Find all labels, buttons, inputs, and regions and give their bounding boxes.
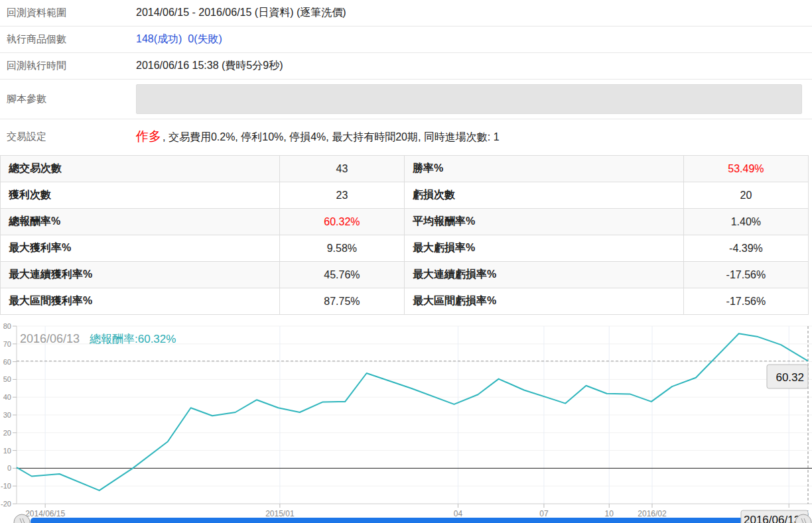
stat-label: 最大區間虧損率%: [404, 288, 683, 315]
stat-label: 最大連續獲利率%: [1, 262, 280, 288]
stat-value: -17.56%: [683, 288, 808, 315]
x-tick-label: 07: [539, 509, 549, 518]
info-row-data-range: 回測資料範圍 2014/06/15 - 2016/06/15 (日資料) (逐筆…: [0, 0, 812, 27]
stat-value: 43: [279, 156, 404, 182]
return-series-line: [17, 333, 808, 491]
y-tick-label: 10: [3, 447, 11, 455]
stat-value: 20: [683, 182, 808, 209]
y-tick-label: -10: [1, 482, 11, 490]
info-row-product-count: 執行商品個數 148(成功) 0(失敗): [0, 27, 812, 53]
y-tick-label: 70: [3, 340, 11, 348]
x-tick-label: 2016/02: [638, 509, 667, 518]
y-tick-label: 30: [3, 411, 11, 419]
script-params-label: 腳本參數: [7, 93, 136, 105]
x-tick-label: 2014/06/15: [25, 509, 65, 518]
chart-hover-date: 2016/06/13: [20, 332, 80, 345]
equity-curve-chart[interactable]: 80706050403020100-10-202014/06/152015/01…: [0, 323, 812, 523]
stat-value: -4.39%: [683, 235, 808, 262]
fail-count: 0(失敗): [188, 33, 222, 44]
chart-scrollbar[interactable]: [31, 518, 795, 523]
table-row: 最大區間獲利率% 87.75% 最大區間虧損率% -17.56%: [1, 288, 809, 315]
y-tick-label: 60: [3, 358, 11, 366]
stat-label: 虧損次數: [404, 182, 683, 209]
stat-label: 平均報酬率%: [404, 209, 683, 235]
success-count: 148(成功): [136, 33, 182, 44]
tooltip-value-text: 60.32: [776, 371, 804, 384]
table-row: 最大連續獲利率% 45.76% 最大連續虧損率% -17.56%: [1, 262, 809, 288]
y-tick-label: -20: [1, 500, 11, 508]
y-tick-label: 80: [3, 323, 11, 330]
table-row: 獲利次數 23 虧損次數 20: [1, 182, 809, 209]
trade-direction: 作多: [136, 129, 161, 143]
tooltip-date-text: 2016/06/13: [744, 514, 800, 523]
info-row-script-params: 腳本參數: [0, 80, 812, 119]
chart-series-label: 總報酬率:60.32%: [89, 333, 176, 345]
x-tick-label: 04: [454, 509, 463, 518]
product-count-label: 執行商品個數: [7, 33, 136, 46]
stat-label: 最大獲利率%: [1, 235, 280, 262]
stat-label: 獲利次數: [1, 182, 280, 209]
stat-label: 最大區間獲利率%: [1, 288, 280, 315]
trade-settings-value: 作多, 交易費用0.2%, 停利10%, 停損4%, 最大持有時間20期, 同時…: [136, 128, 500, 145]
stat-label: 總交易次數: [1, 156, 280, 182]
table-row: 最大獲利率% 9.58% 最大虧損率% -4.39%: [1, 235, 809, 262]
table-row: 總報酬率% 60.32% 平均報酬率% 1.40%: [1, 209, 809, 235]
stat-value: 53.49%: [683, 156, 808, 182]
exec-time-value: 2016/06/16 15:38 (費時5分9秒): [136, 59, 283, 73]
stat-value: 23: [279, 182, 404, 209]
table-row: 總交易次數 43 勝率% 53.49%: [1, 156, 809, 182]
x-tick-label: 2015/01: [265, 509, 295, 518]
stat-value: 1.40%: [683, 209, 808, 235]
y-tick-label: 40: [3, 393, 11, 401]
y-tick-label: 0: [7, 464, 11, 472]
exec-time-label: 回測執行時間: [7, 60, 136, 72]
trade-settings-text: , 交易費用0.2%, 停利10%, 停損4%, 最大持有時間20期, 同時進場…: [163, 131, 500, 143]
data-range-value: 2014/06/15 - 2016/06/15 (日資料) (逐筆洗價): [136, 6, 346, 20]
backtest-report-page: 回測資料範圍 2014/06/15 - 2016/06/15 (日資料) (逐筆…: [0, 0, 812, 523]
stat-value: 45.76%: [279, 262, 404, 288]
stat-value: 9.58%: [279, 235, 404, 262]
x-tick-label: 10: [605, 509, 614, 518]
y-tick-label: 20: [3, 429, 11, 437]
info-row-trade-settings: 交易設定 作多, 交易費用0.2%, 停利10%, 停損4%, 最大持有時間20…: [0, 119, 812, 154]
stat-label: 最大連續虧損率%: [404, 262, 683, 288]
stat-label: 總報酬率%: [1, 209, 280, 235]
stats-table: 總交易次數 43 勝率% 53.49% 獲利次數 23 虧損次數 20 總報酬率…: [0, 155, 809, 315]
stat-value: 60.32%: [279, 209, 404, 235]
stat-value: 87.75%: [279, 288, 404, 315]
info-row-exec-time: 回測執行時間 2016/06/16 15:38 (費時5分9秒): [0, 53, 812, 80]
equity-curve-svg[interactable]: 80706050403020100-10-202014/06/152015/01…: [0, 323, 812, 523]
product-count-value: 148(成功) 0(失敗): [136, 32, 222, 46]
script-params-box[interactable]: [136, 84, 802, 114]
trade-settings-label: 交易設定: [7, 131, 136, 143]
data-range-label: 回測資料範圍: [7, 7, 136, 19]
stat-label: 最大虧損率%: [404, 235, 683, 262]
y-tick-label: 50: [3, 375, 11, 383]
stat-value: -17.56%: [683, 262, 808, 288]
stat-label: 勝率%: [404, 156, 683, 182]
